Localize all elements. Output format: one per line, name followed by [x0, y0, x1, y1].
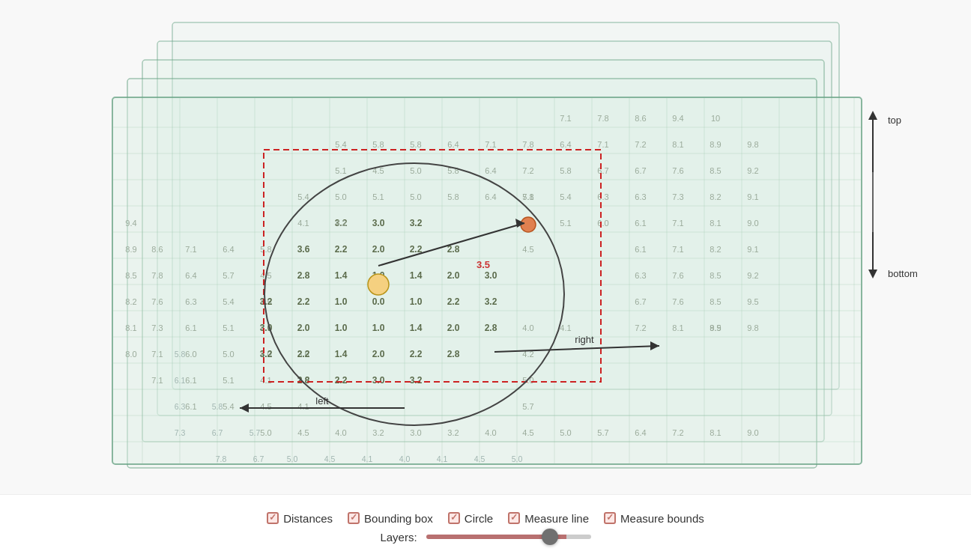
svg-text:6.1: 6.1 [635, 219, 646, 228]
svg-text:3.0: 3.0 [485, 270, 497, 281]
svg-text:8.0: 8.0 [125, 350, 136, 359]
checkbox-circle-input[interactable] [448, 512, 460, 524]
svg-text:9.0: 9.0 [747, 219, 758, 228]
svg-text:8.1: 8.1 [672, 140, 683, 149]
svg-text:9.0: 9.0 [747, 428, 758, 437]
svg-text:6.4: 6.4 [635, 428, 646, 437]
svg-text:6.4: 6.4 [560, 140, 571, 149]
svg-text:6.4: 6.4 [485, 166, 496, 175]
svg-text:4.1: 4.1 [560, 323, 571, 332]
svg-text:4.1: 4.1 [260, 376, 271, 385]
svg-text:4.0: 4.0 [522, 323, 533, 332]
checkbox-measure-line-label: Measure line [524, 512, 589, 525]
svg-text:9.2: 9.2 [747, 271, 758, 280]
svg-text:8.1: 8.1 [710, 219, 721, 228]
svg-text:7.8: 7.8 [522, 140, 533, 149]
svg-text:5.8: 5.8 [560, 166, 571, 175]
checkbox-distances-input[interactable] [267, 512, 279, 524]
svg-text:left: left [315, 395, 329, 407]
svg-text:1.4: 1.4 [410, 270, 423, 281]
svg-text:9.4: 9.4 [125, 219, 136, 228]
checkbox-distances-label: Distances [283, 512, 333, 525]
svg-text:10: 10 [711, 114, 720, 123]
svg-text:5.0: 5.0 [560, 428, 571, 437]
svg-text:4.5: 4.5 [324, 454, 336, 463]
svg-text:7.1: 7.1 [672, 245, 683, 254]
svg-text:7.1: 7.1 [151, 350, 163, 359]
svg-text:2.2: 2.2 [297, 296, 310, 307]
svg-text:4.1: 4.1 [297, 402, 309, 411]
svg-text:5.1: 5.1 [223, 376, 234, 385]
checkbox-bounding-box[interactable]: Bounding box [348, 512, 433, 525]
slider-row: Layers: [380, 531, 590, 544]
svg-text:9.1: 9.1 [747, 192, 758, 201]
svg-text:7.2: 7.2 [635, 323, 646, 332]
svg-text:7.3: 7.3 [151, 323, 163, 332]
svg-text:4.5: 4.5 [260, 402, 271, 411]
svg-text:6.7: 6.7 [635, 166, 646, 175]
svg-text:9.8: 9.8 [747, 323, 758, 332]
svg-text:6.3: 6.3 [635, 271, 646, 280]
checkbox-measure-bounds[interactable]: Measure bounds [604, 512, 704, 525]
svg-text:6.4: 6.4 [223, 245, 234, 254]
svg-text:5.8: 5.8 [410, 140, 421, 149]
svg-text:2.0: 2.0 [297, 323, 310, 333]
checkbox-circle[interactable]: Circle [448, 512, 493, 525]
svg-text:8.5: 8.5 [125, 271, 136, 280]
svg-text:7.3: 7.3 [672, 192, 683, 201]
svg-text:6.4: 6.4 [185, 271, 196, 280]
svg-text:bottom: bottom [888, 268, 918, 279]
svg-text:2.8: 2.8 [447, 349, 460, 359]
controls-bar: Distances Bounding box Circle Measure li… [0, 494, 971, 560]
checkbox-measure-bounds-input[interactable] [604, 512, 616, 524]
svg-text:5.0: 5.0 [512, 454, 523, 463]
svg-text:1.4: 1.4 [410, 323, 423, 333]
svg-text:1.4: 1.4 [335, 270, 348, 281]
svg-text:3.0: 3.0 [410, 428, 421, 437]
checkbox-measure-line-input[interactable] [508, 512, 520, 524]
svg-text:6.3: 6.3 [185, 297, 196, 306]
svg-text:3.6: 3.6 [297, 244, 310, 255]
checkbox-bounding-box-input[interactable] [348, 512, 360, 524]
svg-text:2.2: 2.2 [297, 349, 310, 359]
svg-text:5.0: 5.0 [223, 350, 234, 359]
svg-text:8.1: 8.1 [710, 428, 721, 437]
svg-text:5.4: 5.4 [560, 192, 571, 201]
svg-text:7.8: 7.8 [151, 271, 163, 280]
svg-text:7.1: 7.1 [151, 376, 163, 385]
svg-text:6.7: 6.7 [597, 166, 608, 175]
checkbox-distances[interactable]: Distances [267, 512, 333, 525]
svg-text:1.0: 1.0 [372, 323, 385, 333]
svg-text:5.0: 5.0 [287, 454, 298, 463]
svg-text:2.8: 2.8 [485, 323, 497, 333]
svg-text:8.2: 8.2 [710, 245, 721, 254]
svg-text:4.2: 4.2 [335, 219, 346, 228]
checkbox-circle-label: Circle [465, 512, 493, 525]
svg-text:7.6: 7.6 [672, 166, 683, 175]
svg-text:6.7: 6.7 [635, 297, 646, 306]
svg-text:5.8: 5.8 [522, 192, 533, 201]
svg-text:9.1: 9.1 [747, 245, 758, 254]
svg-text:2.0: 2.0 [372, 244, 385, 255]
svg-text:6.0: 6.0 [597, 219, 608, 228]
svg-text:5.4: 5.4 [335, 140, 346, 149]
svg-text:7.2: 7.2 [635, 140, 646, 149]
svg-text:7.3: 7.3 [175, 428, 186, 437]
svg-text:9.8: 9.8 [747, 140, 758, 149]
svg-text:6.1: 6.1 [635, 245, 646, 254]
svg-text:4.1: 4.1 [437, 454, 448, 463]
svg-text:8.5: 8.5 [710, 271, 721, 280]
svg-text:7.8: 7.8 [597, 114, 608, 123]
svg-text:5.1: 5.1 [223, 323, 234, 332]
svg-text:5.7: 5.7 [223, 271, 234, 280]
svg-text:2.8: 2.8 [297, 375, 310, 386]
svg-text:5.0: 5.0 [335, 192, 346, 201]
layers-slider[interactable] [426, 535, 591, 539]
svg-text:5.1: 5.1 [335, 166, 346, 175]
svg-text:7.8: 7.8 [216, 454, 227, 463]
svg-text:5.8: 5.8 [260, 245, 271, 254]
svg-text:6.1: 6.1 [175, 376, 186, 385]
checkbox-measure-line[interactable]: Measure line [508, 512, 589, 525]
svg-text:6.4: 6.4 [447, 140, 459, 149]
svg-text:6.1: 6.1 [185, 376, 196, 385]
